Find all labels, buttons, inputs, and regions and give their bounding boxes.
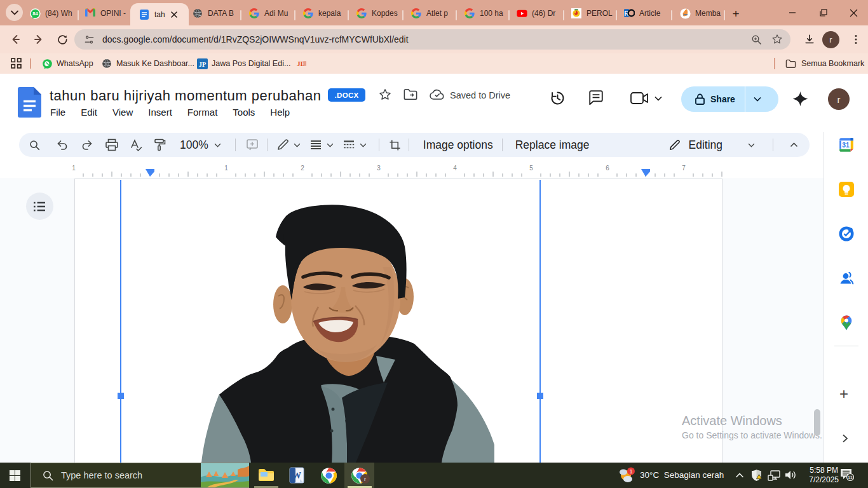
svg-text:W: W — [292, 471, 301, 480]
svg-text:5: 5 — [529, 165, 533, 172]
svg-text:6: 6 — [606, 165, 609, 172]
svg-text:1: 1 — [224, 165, 228, 172]
svg-text:3: 3 — [377, 165, 381, 172]
svg-text:1: 1 — [630, 468, 633, 475]
svg-text:11: 11 — [848, 475, 853, 480]
svg-text:2: 2 — [301, 165, 304, 172]
svg-text:84: 84 — [32, 11, 38, 17]
svg-text:7: 7 — [682, 165, 686, 172]
svg-text:31: 31 — [842, 142, 850, 149]
svg-text:JP: JP — [199, 61, 207, 68]
svg-text:4: 4 — [453, 165, 457, 172]
